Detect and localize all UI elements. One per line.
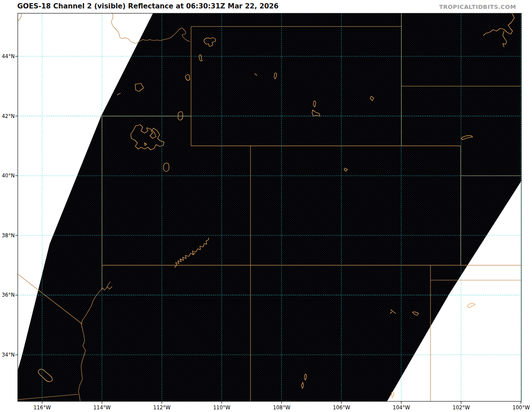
y-tick-label: 34°N xyxy=(2,352,15,358)
x-tick-label: 114°W xyxy=(94,404,111,411)
brantley-lake xyxy=(391,392,394,398)
goes-satellite-page: GOES-18 Channel 2 (visible) Reflectance … xyxy=(0,0,532,412)
y-tick-label: 44°N xyxy=(2,53,15,59)
x-tick-label: 102°W xyxy=(453,404,470,411)
y-tick-label: 36°N xyxy=(2,292,15,298)
x-tick-label: 116°W xyxy=(33,404,51,411)
satellite-map xyxy=(0,0,532,412)
y-tick-label: 42°N xyxy=(2,113,15,119)
x-tick-label: 110°W xyxy=(213,404,231,411)
x-tick-label: 100°W xyxy=(512,404,530,411)
x-tick-label: 106°W xyxy=(333,404,350,411)
x-tick-label: 108°W xyxy=(273,404,290,411)
x-ticks xyxy=(42,401,521,404)
satellite-scan-region xyxy=(18,13,521,401)
x-tick-label: 104°W xyxy=(393,404,410,411)
x-tick-label: 112°W xyxy=(153,404,171,411)
y-tick-label: 40°N xyxy=(2,173,15,179)
river-snake-hells-canyon xyxy=(18,13,21,21)
y-tick-label: 38°N xyxy=(2,232,15,239)
lake-meredith xyxy=(467,303,475,308)
y-ticks xyxy=(16,56,18,355)
